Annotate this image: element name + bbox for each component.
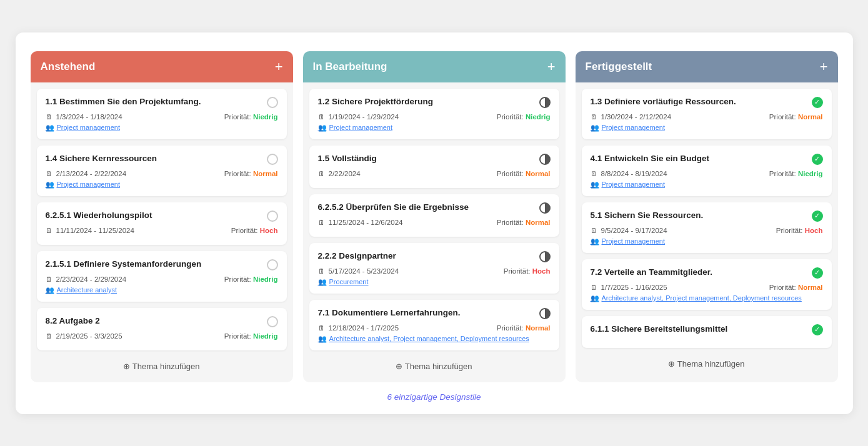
card-priority-anstehend-2: Priorität: Hoch: [231, 227, 278, 234]
card-inbearbeitung-4[interactable]: 7.1 Dokumentiere Lernerfahrungen.🗓12/18/…: [309, 300, 559, 350]
add-card-button-inbearbeitung[interactable]: +: [547, 60, 556, 74]
card-title-anstehend-2: 6.2.5.1 Wiederholungspilot: [46, 210, 267, 221]
card-title-row-fertiggestellt-4: 6.1.1 Sichere Bereitstellungsmittel✓: [591, 324, 823, 335]
card-priority-value-inbearbeitung-1: Normal: [526, 170, 551, 177]
card-fertiggestellt-3[interactable]: 7.2 Verteile an Teammitglieder.✓🗓1/7/202…: [582, 259, 832, 310]
card-meta-anstehend-1: 🗓2/13/2024 - 2/22/2024Priorität: Normal: [46, 170, 278, 177]
card-meta-inbearbeitung-3: 🗓5/17/2024 - 5/23/2024Priorität: Hoch: [318, 267, 551, 275]
calendar-icon-fertiggestellt-0: 🗓: [591, 113, 597, 121]
card-tag-fertiggestellt-3: 👥Architecture analyst, Project managemen…: [591, 294, 823, 302]
card-anstehend-2[interactable]: 6.2.5.1 Wiederholungspilot🗓11/11/2024 - …: [37, 202, 287, 245]
card-tag-inbearbeitung-0: 👥Project management: [318, 124, 551, 132]
card-title-row-anstehend-3: 2.1.5.1 Definiere Systemanforderungen: [46, 259, 278, 270]
card-status-inbearbeitung-1: [539, 154, 551, 165]
card-priority-fertiggestellt-3: Priorität: Normal: [769, 284, 823, 291]
add-card-button-anstehend[interactable]: +: [275, 60, 283, 74]
card-priority-fertiggestellt-1: Priorität: Niedrig: [769, 170, 823, 177]
column-fertiggestellt: Fertiggestellt+1.3 Definiere vorläufige …: [576, 51, 838, 382]
card-priority-anstehend-0: Priorität: Niedrig: [224, 113, 278, 121]
card-title-inbearbeitung-3: 2.2.2 Designpartner: [318, 250, 539, 262]
card-inbearbeitung-3[interactable]: 2.2.2 Designpartner🗓5/17/2024 - 5/23/202…: [309, 243, 559, 294]
card-meta-inbearbeitung-0: 🗓1/19/2024 - 1/29/2024Priorität: Niedrig: [318, 113, 551, 121]
card-status-anstehend-2: [267, 211, 278, 222]
card-status-anstehend-3: [267, 259, 278, 270]
card-anstehend-0[interactable]: 1.1 Bestimmen Sie den Projektumfang.🗓1/3…: [37, 89, 287, 139]
tag-icon-inbearbeitung-0: 👥: [318, 124, 327, 132]
tag-icon-fertiggestellt-1: 👥: [591, 181, 599, 189]
card-fertiggestellt-2[interactable]: 5.1 Sichern Sie Ressourcen.✓🗓9/5/2024 - …: [582, 202, 832, 253]
card-meta-inbearbeitung-2: 🗓11/25/2024 - 12/6/2024Priorität: Normal: [318, 219, 551, 226]
card-priority-anstehend-3: Priorität: Niedrig: [224, 275, 278, 283]
card-anstehend-4[interactable]: 8.2 Aufgabe 2🗓2/19/2025 - 3/3/2025Priori…: [37, 308, 287, 350]
tag-icon-inbearbeitung-3: 👥: [318, 278, 327, 286]
card-meta-fertiggestellt-3: 🗓1/7/2025 - 1/16/2025Priorität: Normal: [591, 284, 823, 291]
tag-icon-anstehend-1: 👥: [46, 181, 54, 189]
card-priority-inbearbeitung-3: Priorität: Hoch: [504, 267, 551, 275]
card-priority-value-inbearbeitung-2: Normal: [526, 219, 551, 226]
card-fertiggestellt-4[interactable]: 6.1.1 Sichere Bereitstellungsmittel✓: [582, 316, 832, 348]
card-priority-value-fertiggestellt-1: Niedrig: [798, 170, 823, 177]
card-priority-value-anstehend-0: Niedrig: [253, 113, 278, 121]
calendar-icon-fertiggestellt-3: 🗓: [591, 284, 597, 291]
card-title-row-inbearbeitung-2: 6.2.5.2 Überprüfen Sie die Ergebnisse: [318, 202, 551, 214]
column-inbearbeitung: In Bearbeitung+1.2 Sichere Projektförder…: [303, 51, 566, 382]
calendar-icon-fertiggestellt-2: 🗓: [591, 227, 597, 234]
card-title-fertiggestellt-1: 4.1 Entwickeln Sie ein Budget: [591, 153, 812, 164]
add-topic-button-anstehend[interactable]: ⊕ Thema hinzufügen: [37, 357, 287, 376]
tag-icon-inbearbeitung-4: 👥: [318, 335, 327, 343]
card-inbearbeitung-2[interactable]: 6.2.5.2 Überprüfen Sie die Ergebnisse🗓11…: [309, 194, 559, 237]
card-title-anstehend-1: 1.4 Sichere Kernressourcen: [46, 153, 267, 164]
add-card-button-fertiggestellt[interactable]: +: [820, 60, 828, 74]
card-tag-anstehend-3: 👥Architecture analyst: [46, 286, 278, 294]
calendar-icon-anstehend-4: 🗓: [46, 332, 52, 340]
card-date-inbearbeitung-4: 12/18/2024 - 1/7/2025: [329, 324, 399, 332]
tag-text-fertiggestellt-1: Project management: [602, 181, 666, 188]
card-priority-value-anstehend-1: Normal: [253, 170, 278, 177]
card-title-row-inbearbeitung-1: 1.5 Vollständig: [318, 153, 551, 165]
calendar-icon-inbearbeitung-2: 🗓: [318, 219, 325, 226]
card-priority-inbearbeitung-0: Priorität: Niedrig: [497, 113, 551, 121]
card-meta-fertiggestellt-2: 🗓9/5/2024 - 9/17/2024Priorität: Hoch: [591, 227, 823, 234]
card-status-fertiggestellt-3: ✓: [812, 267, 823, 279]
column-body-fertiggestellt: 1.3 Definiere vorläufige Ressourcen.✓🗓1/…: [576, 82, 838, 382]
card-title-fertiggestellt-0: 1.3 Definiere vorläufige Ressourcen.: [591, 96, 812, 107]
calendar-icon-inbearbeitung-0: 🗓: [318, 113, 325, 121]
card-priority-value-anstehend-4: Niedrig: [253, 332, 278, 340]
card-status-fertiggestellt-0: ✓: [812, 97, 823, 108]
card-date-inbearbeitung-0: 1/19/2024 - 1/29/2024: [329, 113, 399, 121]
card-title-fertiggestellt-4: 6.1.1 Sichere Bereitstellungsmittel: [591, 324, 812, 335]
column-header-fertiggestellt: Fertiggestellt+: [576, 51, 838, 82]
board-container: Anstehend+1.1 Bestimmen Sie den Projektu…: [16, 32, 853, 414]
tag-text-inbearbeitung-4: Architecture analyst, Project management…: [329, 335, 529, 342]
card-status-fertiggestellt-2: ✓: [812, 211, 823, 222]
card-priority-fertiggestellt-0: Priorität: Normal: [769, 113, 823, 121]
card-priority-anstehend-4: Priorität: Niedrig: [224, 332, 278, 340]
tag-text-fertiggestellt-2: Project management: [602, 237, 666, 245]
card-status-anstehend-4: [267, 316, 278, 327]
card-fertiggestellt-0[interactable]: 1.3 Definiere vorläufige Ressourcen.✓🗓1/…: [582, 89, 832, 139]
card-title-row-fertiggestellt-2: 5.1 Sichern Sie Ressourcen.✓: [591, 210, 823, 222]
card-title-row-anstehend-0: 1.1 Bestimmen Sie den Projektumfang.: [46, 96, 278, 108]
card-date-fertiggestellt-2: 9/5/2024 - 9/17/2024: [601, 227, 667, 234]
card-title-fertiggestellt-3: 7.2 Verteile an Teammitglieder.: [591, 267, 812, 278]
tag-text-anstehend-3: Architecture analyst: [57, 286, 117, 294]
calendar-icon-anstehend-3: 🗓: [46, 275, 52, 283]
card-priority-value-inbearbeitung-4: Normal: [526, 324, 551, 332]
card-title-row-inbearbeitung-0: 1.2 Sichere Projektförderung: [318, 96, 551, 108]
card-anstehend-1[interactable]: 1.4 Sichere Kernressourcen🗓2/13/2024 - 2…: [37, 146, 287, 196]
card-meta-anstehend-2: 🗓11/11/2024 - 11/25/2024Priorität: Hoch: [46, 227, 278, 234]
card-date-fertiggestellt-1: 8/8/2024 - 8/19/2024: [601, 170, 667, 177]
card-inbearbeitung-1[interactable]: 1.5 Vollständig🗓2/22/2024Priorität: Norm…: [309, 146, 559, 188]
card-anstehend-3[interactable]: 2.1.5.1 Definiere Systemanforderungen🗓2/…: [37, 251, 287, 302]
add-topic-button-fertiggestellt[interactable]: ⊕ Thema hinzufügen: [582, 354, 832, 374]
calendar-icon-anstehend-2: 🗓: [46, 227, 52, 234]
card-fertiggestellt-1[interactable]: 4.1 Entwickeln Sie ein Budget✓🗓8/8/2024 …: [582, 146, 832, 196]
card-meta-inbearbeitung-4: 🗓12/18/2024 - 1/7/2025Priorität: Normal: [318, 324, 551, 332]
add-topic-button-inbearbeitung[interactable]: ⊕ Thema hinzufügen: [309, 357, 559, 376]
card-title-anstehend-0: 1.1 Bestimmen Sie den Projektumfang.: [46, 96, 267, 107]
card-status-inbearbeitung-2: [539, 202, 551, 214]
card-inbearbeitung-0[interactable]: 1.2 Sichere Projektförderung🗓1/19/2024 -…: [309, 89, 559, 139]
card-status-fertiggestellt-4: ✓: [812, 324, 823, 335]
card-priority-value-fertiggestellt-3: Normal: [798, 284, 823, 291]
card-title-row-inbearbeitung-4: 7.1 Dokumentiere Lernerfahrungen.: [318, 307, 551, 319]
